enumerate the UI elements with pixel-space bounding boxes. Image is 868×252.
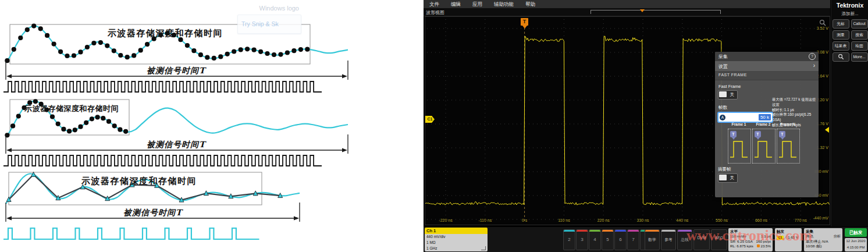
voltage-label: 3.52 V bbox=[817, 26, 828, 30]
trigger-badge[interactable]: 触发 C1 ∕ 1.65 V bbox=[775, 228, 802, 251]
diagram2-title: 示波器存储深度和存储时间 bbox=[24, 104, 119, 114]
channel-1-bandwidth: 1 GHz bbox=[426, 246, 488, 251]
horizontal-row: SR: 6.25 GSA160 ps/pt bbox=[730, 239, 771, 244]
sample-point bbox=[58, 49, 63, 54]
sample-point bbox=[278, 52, 283, 57]
time-label: 660 ns bbox=[755, 218, 767, 222]
acquisition-mode: 自动, bbox=[806, 234, 814, 239]
sample-point bbox=[225, 52, 230, 56]
sample-point bbox=[118, 127, 122, 132]
sample-point bbox=[212, 56, 216, 61]
button-bus[interactable]: 总线 bbox=[677, 229, 692, 250]
acquisition-badge[interactable]: 采集 自动, 分析 单次/停止:N/A 10/38 (帧) bbox=[804, 228, 842, 251]
channel-number: 3 bbox=[577, 232, 588, 248]
button-label: 总线 bbox=[678, 232, 692, 248]
sidebar-button-callout[interactable]: Callout bbox=[851, 19, 868, 29]
channel-button-2[interactable]: 2 bbox=[563, 229, 575, 250]
sample-point bbox=[84, 120, 88, 125]
sidebar-button-more[interactable]: More... bbox=[851, 52, 868, 62]
sample-point bbox=[245, 47, 250, 51]
frame-count-value: 50 k bbox=[759, 114, 771, 120]
sample-point bbox=[131, 53, 136, 58]
horizontal-position-bar[interactable] bbox=[590, 10, 721, 14]
sample-point bbox=[252, 48, 257, 52]
sample-point bbox=[18, 36, 23, 40]
sidebar-button-cursor[interactable]: 光标 bbox=[833, 19, 849, 29]
sidebar-button-measure[interactable]: 测量 bbox=[833, 30, 849, 40]
button-label: DVM bbox=[694, 230, 709, 246]
horizontal-badge[interactable]: 水平 110 ns/div1.1 μsSR: 6.25 GSA160 ps/pt… bbox=[728, 228, 773, 251]
menu-item-help[interactable]: 帮助 bbox=[520, 0, 541, 8]
frame-label: Frame N bbox=[780, 122, 795, 126]
channel-button-5[interactable]: 5 bbox=[602, 229, 614, 250]
sample-clock-wave bbox=[3, 155, 322, 166]
sidebar-button-search[interactable]: 搜索 bbox=[851, 30, 868, 40]
channel-button-4[interactable]: 4 bbox=[589, 229, 601, 250]
sample-point bbox=[106, 119, 111, 124]
snip-sketch-button[interactable]: Try Snip & Sk bbox=[241, 20, 279, 27]
channel-button-6[interactable]: 6 bbox=[614, 229, 627, 250]
tab-waveform-view[interactable]: 波形视图 bbox=[426, 9, 444, 16]
sample-clock-wave bbox=[3, 228, 259, 239]
toggle-knob bbox=[719, 91, 727, 97]
sample-point bbox=[205, 55, 209, 60]
button-label: 数学 bbox=[645, 232, 659, 248]
sample-point bbox=[61, 127, 66, 132]
summary-frame-toggle[interactable]: 关 bbox=[718, 173, 738, 183]
waveform-display[interactable]: T C1 3.52 V3.08 V2.64 V2.20 V1.76 V1.32 … bbox=[425, 16, 830, 225]
time-label: -220 ns bbox=[439, 218, 452, 222]
sidebar-button-zoom[interactable] bbox=[833, 52, 849, 62]
channel-1-name: Ch 1 bbox=[425, 228, 488, 234]
button-dvm[interactable]: DVM bbox=[693, 229, 710, 250]
sample-point bbox=[45, 33, 49, 38]
channel-button-3[interactable]: 3 bbox=[576, 229, 588, 250]
button-math[interactable]: 数学 bbox=[645, 229, 660, 250]
fastframe-toggle[interactable]: 关 bbox=[718, 90, 738, 100]
horizontal-value: SR: 6.25 GSA bbox=[730, 239, 753, 244]
trigger-title: 触发 bbox=[777, 229, 800, 234]
channel-1-impedance: 1 MΩ bbox=[426, 240, 488, 246]
sidebar-button-plot[interactable]: 绘图 bbox=[851, 41, 868, 51]
channel-button-7[interactable]: 7 bbox=[627, 229, 639, 250]
fastframe-panel[interactable]: 采集 ? 设置 › FAST FRAME Fast Frame 关 帧数 A bbox=[715, 52, 819, 197]
summary-toggle-state: 关 bbox=[730, 175, 735, 181]
menu-item-edit[interactable]: 编辑 bbox=[445, 0, 467, 8]
fastframe-info-line: 帧时长:1.1 μs bbox=[772, 108, 817, 113]
menu-item-applications[interactable]: 应用 bbox=[467, 0, 488, 8]
magnifier-icon[interactable] bbox=[819, 19, 826, 26]
sample-point bbox=[31, 24, 36, 29]
frame-count-input[interactable]: A 50 k bbox=[717, 112, 773, 123]
button-ref[interactable]: 参考 bbox=[661, 229, 676, 250]
sample-point bbox=[78, 49, 83, 54]
position-marker-icon[interactable] bbox=[640, 9, 645, 15]
menu-item-accessibility[interactable]: 辅助功能 bbox=[488, 0, 520, 8]
triggered-status-button[interactable]: 已触发 bbox=[845, 228, 867, 237]
button-label: AFG bbox=[712, 230, 727, 246]
time-label: 770 ns bbox=[795, 218, 807, 222]
sample-point bbox=[112, 123, 117, 128]
knob-a-icon: A bbox=[720, 115, 725, 120]
frame-trigger-flag-icon: T bbox=[779, 131, 785, 137]
sample-point bbox=[239, 47, 243, 52]
menu-item-file[interactable]: 文件 bbox=[424, 0, 445, 8]
trigger-level-arrow-icon[interactable] bbox=[822, 127, 829, 133]
frame-label: Frame 2 bbox=[756, 122, 771, 126]
time-label: -110 ns bbox=[478, 218, 492, 222]
button-afg[interactable]: AFG bbox=[711, 229, 727, 250]
sidebar-button-results-table[interactable]: 结果表 bbox=[833, 41, 849, 51]
add-new-header: 添加新... bbox=[831, 9, 868, 18]
sample-point bbox=[78, 125, 83, 129]
sample-point bbox=[138, 48, 143, 52]
channel-1-badge[interactable]: Ch 1 440 mV/div 1 MΩ 1 GHz bbox=[425, 228, 488, 251]
time-label: 550 ns bbox=[716, 218, 728, 222]
sample-point bbox=[52, 42, 56, 47]
chevron-right-icon[interactable]: › bbox=[813, 62, 815, 69]
help-icon[interactable]: ? bbox=[809, 53, 816, 60]
horizontal-title: 水平 bbox=[730, 229, 771, 234]
horizontal-value: 110 ns/div bbox=[730, 234, 746, 239]
frame-count-label: 帧数 bbox=[718, 105, 727, 111]
trigger-flag-icon[interactable]: T bbox=[521, 18, 528, 26]
sample-point bbox=[291, 48, 296, 53]
settings-row[interactable]: 设置 › bbox=[715, 61, 819, 72]
menu-bar: 文件编辑应用辅助功能帮助 bbox=[424, 0, 830, 8]
